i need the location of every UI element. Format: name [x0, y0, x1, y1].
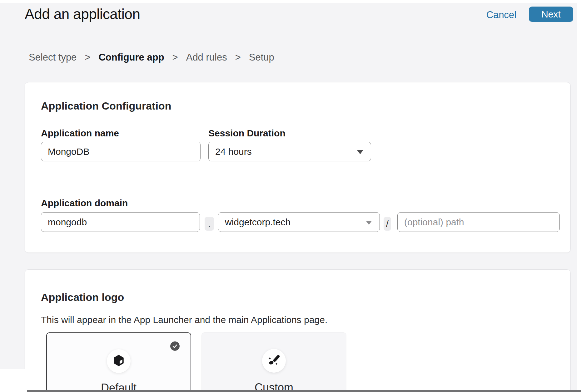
subdomain-input[interactable]: [41, 212, 200, 232]
window-corner: [0, 369, 27, 392]
application-name-input[interactable]: [41, 142, 201, 161]
step-configure-app[interactable]: Configure app: [98, 52, 164, 63]
session-duration-select[interactable]: 24 hours: [208, 142, 371, 161]
cancel-button[interactable]: Cancel: [483, 9, 520, 21]
logo-option-default[interactable]: Default: [46, 332, 191, 392]
window-top-edge: [0, 0, 581, 3]
application-name-label: Application name: [41, 128, 119, 139]
default-logo-circle: [107, 349, 131, 373]
wizard-steps: Select type > Configure app > Add rules …: [29, 52, 274, 63]
check-icon: [170, 341, 180, 351]
paintbrush-icon: [267, 353, 281, 369]
next-button[interactable]: Next: [529, 7, 573, 22]
dot-separator: .: [205, 217, 214, 231]
step-add-rules[interactable]: Add rules: [186, 52, 227, 63]
cube-icon: [112, 354, 125, 368]
scrollbar-track[interactable]: [577, 0, 581, 392]
configuration-heading: Application Configuration: [41, 100, 171, 112]
step-separator-icon: >: [85, 52, 90, 63]
page-title: Add an application: [25, 6, 140, 22]
window-bottom-edge: [27, 390, 581, 392]
path-input[interactable]: [397, 212, 560, 232]
session-duration-value: 24 hours: [215, 146, 252, 157]
domain-select[interactable]: widgetcorp.tech: [218, 212, 380, 232]
application-domain-label: Application domain: [41, 198, 128, 208]
step-select-type[interactable]: Select type: [29, 52, 77, 63]
logo-description: This will appear in the App Launcher and…: [41, 315, 327, 325]
domain-select-value: widgetcorp.tech: [225, 217, 290, 228]
chevron-down-icon: [357, 150, 363, 154]
chevron-down-icon: [366, 221, 372, 225]
step-separator-icon: >: [172, 52, 178, 63]
add-application-page: Add an application Cancel Next Select ty…: [0, 0, 581, 392]
logo-option-custom[interactable]: Custom: [201, 332, 346, 392]
slash-separator: /: [384, 217, 391, 231]
session-duration-label: Session Duration: [208, 128, 286, 139]
logo-heading: Application logo: [41, 291, 124, 303]
step-separator-icon: >: [235, 52, 241, 63]
step-setup[interactable]: Setup: [249, 52, 274, 63]
custom-logo-circle: [262, 349, 286, 373]
